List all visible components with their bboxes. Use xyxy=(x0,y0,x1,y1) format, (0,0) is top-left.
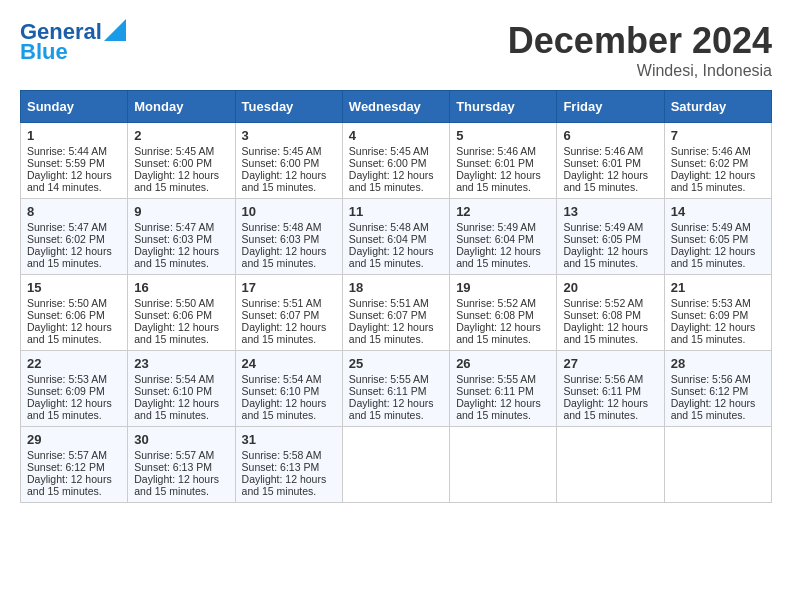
sunrise-label: Sunrise: 5:51 AM xyxy=(349,297,429,309)
calendar-week-row: 1 Sunrise: 5:44 AM Sunset: 5:59 PM Dayli… xyxy=(21,123,772,199)
calendar-week-row: 15 Sunrise: 5:50 AM Sunset: 6:06 PM Dayl… xyxy=(21,275,772,351)
calendar-day-cell: 22 Sunrise: 5:53 AM Sunset: 6:09 PM Dayl… xyxy=(21,351,128,427)
calendar-day-cell: 13 Sunrise: 5:49 AM Sunset: 6:05 PM Dayl… xyxy=(557,199,664,275)
calendar-day-cell: 27 Sunrise: 5:56 AM Sunset: 6:11 PM Dayl… xyxy=(557,351,664,427)
daylight-label: Daylight: 12 hours and 15 minutes. xyxy=(27,245,112,269)
day-number: 25 xyxy=(349,356,443,371)
daylight-label: Daylight: 12 hours and 15 minutes. xyxy=(242,397,327,421)
daylight-label: Daylight: 12 hours and 15 minutes. xyxy=(134,473,219,497)
sunset-label: Sunset: 6:11 PM xyxy=(456,385,534,397)
calendar-day-cell: 12 Sunrise: 5:49 AM Sunset: 6:04 PM Dayl… xyxy=(450,199,557,275)
sunrise-label: Sunrise: 5:55 AM xyxy=(349,373,429,385)
day-number: 16 xyxy=(134,280,228,295)
daylight-label: Daylight: 12 hours and 15 minutes. xyxy=(456,397,541,421)
sunset-label: Sunset: 6:00 PM xyxy=(349,157,427,169)
sunset-label: Sunset: 6:12 PM xyxy=(27,461,105,473)
calendar-day-cell: 10 Sunrise: 5:48 AM Sunset: 6:03 PM Dayl… xyxy=(235,199,342,275)
calendar-day-cell: 15 Sunrise: 5:50 AM Sunset: 6:06 PM Dayl… xyxy=(21,275,128,351)
sunset-label: Sunset: 6:08 PM xyxy=(563,309,641,321)
daylight-label: Daylight: 12 hours and 15 minutes. xyxy=(563,397,648,421)
calendar-day-cell: 21 Sunrise: 5:53 AM Sunset: 6:09 PM Dayl… xyxy=(664,275,771,351)
day-number: 23 xyxy=(134,356,228,371)
daylight-label: Daylight: 12 hours and 15 minutes. xyxy=(27,473,112,497)
calendar-week-row: 8 Sunrise: 5:47 AM Sunset: 6:02 PM Dayli… xyxy=(21,199,772,275)
calendar-day-cell: 2 Sunrise: 5:45 AM Sunset: 6:00 PM Dayli… xyxy=(128,123,235,199)
sunrise-label: Sunrise: 5:48 AM xyxy=(349,221,429,233)
sunrise-label: Sunrise: 5:48 AM xyxy=(242,221,322,233)
logo-blue-text: Blue xyxy=(20,40,68,64)
day-number: 29 xyxy=(27,432,121,447)
day-number: 27 xyxy=(563,356,657,371)
sunrise-label: Sunrise: 5:44 AM xyxy=(27,145,107,157)
day-number: 9 xyxy=(134,204,228,219)
page-header: General Blue December 2024 Windesi, Indo… xyxy=(20,20,772,80)
sunset-label: Sunset: 6:04 PM xyxy=(456,233,534,245)
sunrise-label: Sunrise: 5:46 AM xyxy=(563,145,643,157)
calendar-day-cell: 11 Sunrise: 5:48 AM Sunset: 6:04 PM Dayl… xyxy=(342,199,449,275)
daylight-label: Daylight: 12 hours and 15 minutes. xyxy=(671,245,756,269)
sunrise-label: Sunrise: 5:46 AM xyxy=(671,145,751,157)
sunset-label: Sunset: 6:02 PM xyxy=(671,157,749,169)
sunrise-label: Sunrise: 5:57 AM xyxy=(134,449,214,461)
daylight-label: Daylight: 12 hours and 15 minutes. xyxy=(456,321,541,345)
sunrise-label: Sunrise: 5:58 AM xyxy=(242,449,322,461)
sunset-label: Sunset: 6:03 PM xyxy=(134,233,212,245)
day-number: 6 xyxy=(563,128,657,143)
sunset-label: Sunset: 6:08 PM xyxy=(456,309,534,321)
calendar-day-cell: 1 Sunrise: 5:44 AM Sunset: 5:59 PM Dayli… xyxy=(21,123,128,199)
sunrise-label: Sunrise: 5:46 AM xyxy=(456,145,536,157)
calendar-table: SundayMondayTuesdayWednesdayThursdayFrid… xyxy=(20,90,772,503)
sunset-label: Sunset: 6:07 PM xyxy=(349,309,427,321)
day-number: 3 xyxy=(242,128,336,143)
sunset-label: Sunset: 6:05 PM xyxy=(563,233,641,245)
month-title: December 2024 xyxy=(508,20,772,62)
calendar-week-row: 22 Sunrise: 5:53 AM Sunset: 6:09 PM Dayl… xyxy=(21,351,772,427)
sunset-label: Sunset: 6:12 PM xyxy=(671,385,749,397)
calendar-day-cell: 24 Sunrise: 5:54 AM Sunset: 6:10 PM Dayl… xyxy=(235,351,342,427)
daylight-label: Daylight: 12 hours and 15 minutes. xyxy=(27,321,112,345)
sunset-label: Sunset: 6:01 PM xyxy=(563,157,641,169)
daylight-label: Daylight: 12 hours and 15 minutes. xyxy=(456,245,541,269)
day-number: 14 xyxy=(671,204,765,219)
day-number: 19 xyxy=(456,280,550,295)
calendar-day-cell: 3 Sunrise: 5:45 AM Sunset: 6:00 PM Dayli… xyxy=(235,123,342,199)
day-number: 8 xyxy=(27,204,121,219)
daylight-label: Daylight: 12 hours and 15 minutes. xyxy=(456,169,541,193)
calendar-day-cell: 17 Sunrise: 5:51 AM Sunset: 6:07 PM Dayl… xyxy=(235,275,342,351)
sunset-label: Sunset: 5:59 PM xyxy=(27,157,105,169)
calendar-day-cell: 28 Sunrise: 5:56 AM Sunset: 6:12 PM Dayl… xyxy=(664,351,771,427)
day-number: 12 xyxy=(456,204,550,219)
day-number: 20 xyxy=(563,280,657,295)
weekday-header: Saturday xyxy=(664,91,771,123)
sunrise-label: Sunrise: 5:45 AM xyxy=(242,145,322,157)
daylight-label: Daylight: 12 hours and 15 minutes. xyxy=(27,397,112,421)
sunrise-label: Sunrise: 5:57 AM xyxy=(27,449,107,461)
daylight-label: Daylight: 12 hours and 15 minutes. xyxy=(349,245,434,269)
daylight-label: Daylight: 12 hours and 15 minutes. xyxy=(563,245,648,269)
day-number: 11 xyxy=(349,204,443,219)
sunrise-label: Sunrise: 5:50 AM xyxy=(134,297,214,309)
day-number: 28 xyxy=(671,356,765,371)
weekday-header-row: SundayMondayTuesdayWednesdayThursdayFrid… xyxy=(21,91,772,123)
sunset-label: Sunset: 6:13 PM xyxy=(134,461,212,473)
calendar-day-cell: 31 Sunrise: 5:58 AM Sunset: 6:13 PM Dayl… xyxy=(235,427,342,503)
day-number: 15 xyxy=(27,280,121,295)
sunrise-label: Sunrise: 5:50 AM xyxy=(27,297,107,309)
day-number: 4 xyxy=(349,128,443,143)
sunrise-label: Sunrise: 5:53 AM xyxy=(27,373,107,385)
calendar-day-cell xyxy=(450,427,557,503)
calendar-week-row: 29 Sunrise: 5:57 AM Sunset: 6:12 PM Dayl… xyxy=(21,427,772,503)
daylight-label: Daylight: 12 hours and 14 minutes. xyxy=(27,169,112,193)
sunrise-label: Sunrise: 5:47 AM xyxy=(27,221,107,233)
sunset-label: Sunset: 6:09 PM xyxy=(27,385,105,397)
sunset-label: Sunset: 6:04 PM xyxy=(349,233,427,245)
day-number: 31 xyxy=(242,432,336,447)
sunset-label: Sunset: 6:03 PM xyxy=(242,233,320,245)
calendar-day-cell: 30 Sunrise: 5:57 AM Sunset: 6:13 PM Dayl… xyxy=(128,427,235,503)
sunset-label: Sunset: 6:10 PM xyxy=(134,385,212,397)
svg-marker-0 xyxy=(104,19,126,41)
calendar-day-cell: 29 Sunrise: 5:57 AM Sunset: 6:12 PM Dayl… xyxy=(21,427,128,503)
calendar-day-cell: 6 Sunrise: 5:46 AM Sunset: 6:01 PM Dayli… xyxy=(557,123,664,199)
logo-icon xyxy=(104,19,126,41)
daylight-label: Daylight: 12 hours and 15 minutes. xyxy=(563,169,648,193)
